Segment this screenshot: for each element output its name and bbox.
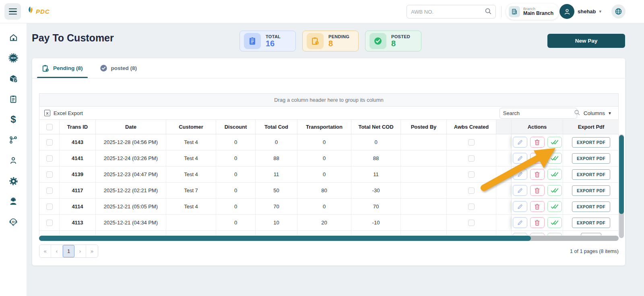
awb-search-input[interactable] <box>411 9 485 15</box>
post-button[interactable] <box>547 137 562 148</box>
select-all-header[interactable] <box>39 120 60 134</box>
post-button[interactable] <box>547 153 562 164</box>
select-all-checkbox[interactable] <box>46 124 53 130</box>
cell-transportation: 0 <box>297 150 351 166</box>
col-header-customer[interactable]: Customer <box>166 120 216 134</box>
sidebar-item-new-badge[interactable]: NEW <box>8 53 19 63</box>
sidebar-item-branches[interactable] <box>8 135 19 145</box>
sidebar-item-shipments[interactable] <box>8 73 19 84</box>
pager-last-button[interactable]: » <box>86 245 98 257</box>
pager-next-button[interactable]: › <box>74 245 86 257</box>
stat-value-posted: 8 <box>391 39 410 48</box>
username: shehab <box>578 8 596 14</box>
cell-posted-by <box>401 134 447 150</box>
export-pdf-button[interactable]: EXPORT PDF <box>572 201 610 212</box>
excel-export-label: Excel Export <box>54 110 83 116</box>
col-header-trans-id[interactable]: Trans ID <box>60 120 96 134</box>
col-header-export-pdf[interactable]: Export Pdf <box>563 120 619 134</box>
sidebar-item-settings[interactable] <box>8 176 19 186</box>
export-pdf-button[interactable]: EXPORT PDF <box>572 169 610 180</box>
pager-page-1-button[interactable]: 1 <box>63 245 74 257</box>
tab-pending[interactable]: Pending (8) <box>39 58 85 78</box>
export-pdf-button[interactable]: EXPORT PDF <box>572 153 610 164</box>
edit-button[interactable] <box>513 217 527 228</box>
col-header-awbs-created[interactable]: Awbs Created <box>447 120 496 134</box>
post-button[interactable] <box>547 169 562 180</box>
tab-posted[interactable]: posted (8) <box>97 58 140 78</box>
awbs-created-checkbox[interactable] <box>468 139 475 146</box>
delete-button[interactable] <box>530 217 545 228</box>
vertical-scrollbar-thumb[interactable] <box>619 135 624 214</box>
row-checkbox[interactable] <box>46 155 53 162</box>
col-header-actions[interactable]: Actions <box>512 120 563 134</box>
row-checkbox[interactable] <box>46 139 53 146</box>
pencil-icon <box>517 204 523 210</box>
app-logo[interactable]: PDC <box>27 6 50 17</box>
row-checkbox[interactable] <box>46 187 53 194</box>
delete-button[interactable] <box>530 153 545 164</box>
trash-icon <box>534 171 540 178</box>
sidebar-item-manifests[interactable] <box>8 94 19 104</box>
delete-button[interactable] <box>530 185 545 196</box>
cell-clipped <box>496 150 512 166</box>
awbs-created-checkbox[interactable] <box>468 220 475 226</box>
post-button[interactable] <box>547 217 562 228</box>
edit-button[interactable] <box>513 169 527 180</box>
horizontal-scrollbar-thumb[interactable] <box>39 236 531 241</box>
post-button[interactable] <box>547 185 562 196</box>
export-pdf-button[interactable]: EXPORT PDF <box>572 185 610 196</box>
branch-selector[interactable]: Branch Main Branch <box>506 4 559 20</box>
sidebar-item-customers[interactable] <box>8 155 19 166</box>
col-header-posted-by[interactable]: Posted By <box>401 120 447 134</box>
sidebar-item-support[interactable] <box>8 196 19 207</box>
post-button[interactable] <box>547 201 562 212</box>
new-pay-button[interactable]: New Pay <box>547 34 625 48</box>
awbs-created-checkbox[interactable] <box>468 187 475 194</box>
pager-prev-button[interactable]: ‹ <box>51 245 63 257</box>
edit-button[interactable] <box>513 137 527 148</box>
grid-search-input[interactable] <box>503 110 574 116</box>
export-pdf-button[interactable]: EXPORT PDF <box>572 137 610 148</box>
horizontal-scrollbar[interactable] <box>39 236 619 241</box>
cell-trans-id: 4139 <box>60 166 96 182</box>
sidebar-item-ai-assistant[interactable]: AI <box>8 217 19 227</box>
hamburger-menu-button[interactable] <box>4 3 21 20</box>
trash-icon <box>534 187 540 194</box>
vertical-scrollbar[interactable] <box>619 134 624 238</box>
awbs-created-checkbox[interactable] <box>468 171 475 178</box>
cell-total-cod: 88 <box>256 150 297 166</box>
search-icon[interactable] <box>485 8 491 16</box>
edit-button[interactable] <box>513 201 527 212</box>
language-globe-button[interactable] <box>611 4 625 18</box>
delete-button[interactable] <box>530 169 545 180</box>
row-checkbox[interactable] <box>46 171 53 178</box>
trash-icon <box>534 155 540 162</box>
cell-export-pdf: EXPORT PDF <box>563 199 619 214</box>
row-checkbox[interactable] <box>46 204 53 210</box>
awbs-created-checkbox[interactable] <box>468 204 475 210</box>
cell-total-cod: 11 <box>256 166 297 182</box>
sidebar-item-finance[interactable]: $ <box>8 114 19 125</box>
delete-button[interactable] <box>530 137 545 148</box>
double-check-icon <box>551 155 558 161</box>
edit-button[interactable] <box>513 153 527 164</box>
col-header-date[interactable]: Date <box>96 120 166 134</box>
col-header-discount[interactable]: Discount <box>216 120 256 134</box>
delete-button[interactable] <box>530 201 545 212</box>
sidebar-item-home[interactable] <box>8 32 19 43</box>
awbs-created-checkbox[interactable] <box>468 155 475 162</box>
user-menu[interactable]: shehab ▾ <box>559 4 601 19</box>
col-header-total-net-cod[interactable]: Total Net COD <box>351 120 401 134</box>
col-header-transportation[interactable]: Transportation <box>297 120 351 134</box>
building-icon <box>509 6 520 17</box>
table-row: 4113 2025-12-21 (04:34 PM) 0 10 20 -10 E… <box>39 215 619 231</box>
edit-button[interactable] <box>513 185 527 196</box>
columns-chooser-button[interactable]: Columns ▼ <box>584 110 613 116</box>
group-panel[interactable]: Drag a column header here to group its c… <box>39 93 619 107</box>
cell-total-net-cod: -30 <box>351 183 401 198</box>
row-checkbox[interactable] <box>46 220 53 226</box>
pager-first-button[interactable]: « <box>39 245 51 257</box>
export-pdf-button[interactable]: EXPORT PDF <box>572 218 610 228</box>
excel-export-button[interactable]: X Excel Export <box>44 110 83 116</box>
col-header-total-cod[interactable]: Total Cod <box>256 120 297 134</box>
